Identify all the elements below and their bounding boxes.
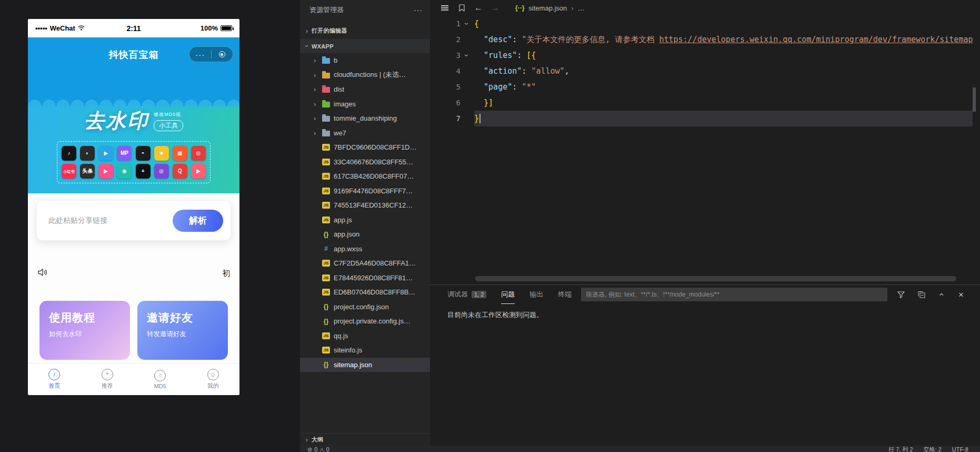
platform-app-icon[interactable]: ▦ <box>173 146 187 161</box>
tabbar-item-home[interactable]: /首页 <box>28 363 81 395</box>
maximize-panel-icon[interactable]: › <box>937 290 945 299</box>
outline-section[interactable]: › 大纲 <box>300 433 430 446</box>
line-number: 6 <box>430 99 461 107</box>
breadcrumb-more[interactable]: … <box>578 4 585 12</box>
file-item-E78445926D08C8FF81-[interactable]: JSE78445926D08C8FF81… <box>300 271 430 286</box>
file-item-project.private.config.js-[interactable]: {}project.private.config.js… <box>300 314 430 329</box>
file-item-7BFDC9606D08C8FF1D-[interactable]: JS7BFDC9606D08C8FF1D… <box>300 140 430 155</box>
file-item-images[interactable]: ›images <box>300 97 430 112</box>
platform-app-icon[interactable]: 头条 <box>80 164 95 179</box>
code-line-4[interactable]: 4 "action": "allow", <box>430 63 973 79</box>
tabbar-item-md5[interactable]: ○MD5 <box>134 363 187 395</box>
file-item-cloudfunctions-[interactable]: ›cloudfunctions | (未选… <box>300 68 430 83</box>
back-arrow-icon[interactable]: ← <box>474 4 483 12</box>
menu-icon[interactable] <box>441 4 449 12</box>
announcement-bar: 初 <box>37 266 230 281</box>
file-name: sitemap.json <box>334 361 372 369</box>
problems-filter-input[interactable]: 筛选器, 例如: text、**/*.ts、!**/node_modules/*… <box>581 288 887 301</box>
tutorial-button[interactable]: 使用教程 如何去水印 <box>39 301 130 360</box>
file-item-qq.js[interactable]: JSqq.js <box>300 329 430 343</box>
tutorial-title: 使用教程 <box>49 310 130 325</box>
platform-app-icon[interactable]: MP <box>117 146 132 161</box>
js-file-icon: JS <box>322 274 330 281</box>
encoding-setting[interactable]: UTF-8 <box>952 446 968 452</box>
panel-tab-output[interactable]: 输出 <box>529 285 543 304</box>
platform-app-icon[interactable]: ♪ <box>62 146 76 161</box>
platform-app-icon[interactable]: ▶ <box>98 146 113 161</box>
platform-app-icon[interactable]: ◎ <box>154 164 169 179</box>
file-item-C7F2D5A46D08C8FFA1-[interactable]: JSC7F2D5A46D08C8FFA1… <box>300 256 430 271</box>
tabbar-item-recommend[interactable]: *推荐 <box>81 363 134 395</box>
panel-tab-problems[interactable]: 问题 <box>501 285 515 304</box>
folder-icon <box>322 131 330 136</box>
code-line-3[interactable]: 3› "rules": [{ <box>430 47 973 63</box>
platform-app-icon[interactable]: ▶ <box>98 164 113 179</box>
code-line-1[interactable]: 1›{ <box>430 16 973 32</box>
platform-app-icon[interactable]: ★ <box>154 146 169 161</box>
code-line-2[interactable]: 2 "desc": "关于本文件的更多信息, 请参考文档 https://dev… <box>430 32 973 47</box>
filter-funnel-icon[interactable] <box>897 290 905 299</box>
open-editors-section[interactable]: › 打开的编辑器 <box>300 24 430 37</box>
project-section-header[interactable]: › WXAPP <box>300 39 430 53</box>
parse-button[interactable]: 解析 <box>173 210 223 232</box>
file-item-app.js[interactable]: JSapp.js <box>300 213 430 228</box>
forward-arrow-icon[interactable]: → <box>491 4 499 12</box>
file-item-sitemap.json[interactable]: {}sitemap.json <box>300 358 430 372</box>
panel-tab-debugger[interactable]: 调试器1, 2 <box>447 285 486 304</box>
file-item-tommie_duanshiping[interactable]: ›tommie_duanshiping <box>300 111 430 126</box>
code-line-5[interactable]: 5 "page": "*" <box>430 79 973 95</box>
breadcrumb-file[interactable]: sitemap.json <box>528 4 567 12</box>
close-panel-icon[interactable]: × <box>957 290 965 299</box>
file-item-siteinfo.js[interactable]: JSsiteinfo.js <box>300 343 430 358</box>
scrollbar-thumb[interactable] <box>475 276 956 281</box>
outline-label: 大纲 <box>312 436 324 444</box>
explorer-more-icon[interactable]: ··· <box>414 6 423 14</box>
horizontal-scrollbar[interactable] <box>475 276 956 281</box>
platform-app-icon[interactable]: + <box>136 164 151 179</box>
file-item-ED6B07046D08C8FF8B-[interactable]: JSED6B07046D08C8FF8B… <box>300 285 430 300</box>
platform-app-icon[interactable]: ◉ <box>117 164 132 179</box>
platform-app-icon[interactable]: 小红书 <box>62 164 76 179</box>
platform-app-icon[interactable]: ◎ <box>191 146 206 161</box>
file-item-9169F4476D08C8FFF7-[interactable]: JS9169F4476D08C8FFF7… <box>300 184 430 199</box>
code-line-7[interactable]: 7} <box>430 111 973 126</box>
file-item-app.json[interactable]: {}app.json <box>300 227 430 242</box>
more-dots-icon[interactable]: ··· <box>189 50 211 59</box>
invite-title: 邀请好友 <box>147 310 228 325</box>
file-item-we7[interactable]: ›we7 <box>300 126 430 141</box>
invite-button[interactable]: 邀请好友 转发邀请好友 <box>137 301 228 360</box>
cursor-position[interactable]: 行 7, 列 2 <box>888 446 913 452</box>
capsule-menu[interactable]: ··· <box>189 46 233 62</box>
code-line-6[interactable]: 6 }] <box>430 95 973 111</box>
chevron-right-icon: › <box>314 56 322 64</box>
file-item-dist[interactable]: ›dist <box>300 82 430 97</box>
js-file-icon: JS <box>322 144 330 151</box>
indentation-setting[interactable]: 空格: 2 <box>924 446 942 452</box>
panel-tab-terminal[interactable]: 终端 <box>558 285 572 304</box>
file-name: 617C3B426D08C8FF07… <box>334 172 414 180</box>
wxss-file-icon: # <box>322 245 330 252</box>
platform-app-icon[interactable]: ◐ <box>80 146 95 161</box>
problems-counter[interactable]: ⊘0 △0 <box>307 446 329 452</box>
platform-app-icon[interactable]: ◓ <box>136 146 151 161</box>
platform-app-icon[interactable]: Q <box>173 164 187 179</box>
file-item-project.config.json[interactable]: {}project.config.json <box>300 300 430 315</box>
fold-chevron-icon[interactable]: › <box>463 49 471 62</box>
minimize-target-icon <box>219 51 225 57</box>
platform-app-icon[interactable]: ▶ <box>191 164 206 179</box>
file-item-b[interactable]: ›b <box>300 53 430 68</box>
file-item-745513F4ED0136CF12-[interactable]: JS745513F4ED0136CF12… <box>300 198 430 213</box>
folder-icon <box>322 73 330 78</box>
explorer-sidebar: 资源管理器 ··· › 打开的编辑器 › WXAPP ›b›cloudfunct… <box>300 0 430 452</box>
collapse-all-icon[interactable] <box>917 290 925 299</box>
tabbar-label: 推荐 <box>102 382 113 390</box>
file-item-33C406676D08C8FF55-[interactable]: JS33C406676D08C8FF55… <box>300 155 430 170</box>
file-name: 9169F4476D08C8FFF7… <box>334 187 413 195</box>
tabbar-item-mine[interactable]: ☺我的 <box>187 363 240 395</box>
file-item-617C3B426D08C8FF07-[interactable]: JS617C3B426D08C8FF07… <box>300 169 430 184</box>
link-input[interactable]: 此处粘贴分享链接 <box>48 216 107 225</box>
file-item-app.wxss[interactable]: #app.wxss <box>300 242 430 257</box>
fold-chevron-icon[interactable]: › <box>463 17 471 30</box>
bookmark-icon[interactable] <box>457 4 466 12</box>
tutorial-subtitle: 如何去水印 <box>49 330 130 339</box>
